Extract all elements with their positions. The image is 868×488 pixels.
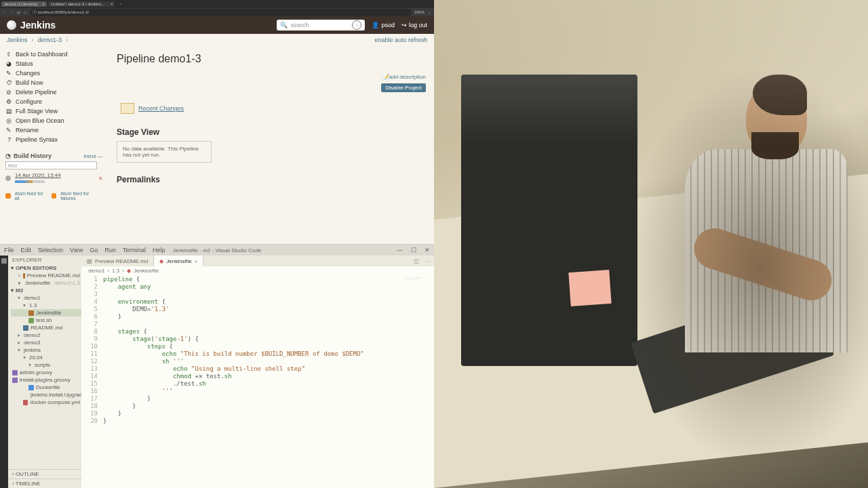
sidebar-item[interactable]: ✎Rename bbox=[5, 125, 103, 135]
build-history-find[interactable]: find bbox=[5, 161, 97, 169]
more-icon[interactable]: ⋯ bbox=[425, 258, 430, 264]
back-icon[interactable]: ← bbox=[3, 10, 7, 14]
forward-icon[interactable]: → bbox=[9, 10, 14, 14]
chevron-icon: ▾ bbox=[18, 295, 22, 301]
tree-item[interactable]: ▾jenkins bbox=[11, 346, 81, 354]
sidebar-item[interactable]: ⚙Configure bbox=[5, 97, 103, 106]
add-description-link[interactable]: 📝add description bbox=[382, 74, 426, 80]
close-icon[interactable]: × bbox=[43, 2, 45, 6]
new-tab-button[interactable]: ＋ bbox=[116, 1, 125, 7]
menu-item[interactable]: File bbox=[4, 247, 14, 253]
home-icon[interactable]: ⌂ bbox=[23, 10, 27, 14]
tree-item[interactable]: README.md bbox=[11, 324, 81, 331]
close-icon[interactable]: ✕ bbox=[425, 247, 430, 253]
trend-link[interactable]: trend — bbox=[84, 153, 103, 159]
crumb-jenkins[interactable]: Jenkins bbox=[7, 37, 28, 43]
editor-breadcrumb[interactable]: demo1 › 1.3 › ◆ Jenkinsfile bbox=[81, 266, 434, 274]
auto-refresh-link[interactable]: enable auto refresh bbox=[374, 37, 427, 43]
tree-item[interactable]: ▾scripts bbox=[11, 361, 81, 369]
close-icon[interactable]: ● bbox=[18, 280, 21, 286]
user-link[interactable]: 👤psod bbox=[372, 22, 395, 28]
sidebar-item[interactable]: ▤Full Stage View bbox=[5, 106, 103, 116]
maximize-icon[interactable]: ☐ bbox=[411, 247, 416, 253]
build-history-entry[interactable]: 14 Apr 2020, 13:44 ✕ bbox=[5, 172, 103, 184]
reload-icon[interactable]: ⟳ bbox=[16, 10, 20, 15]
code-editor[interactable]: 1 2 3 4 5 6 7 8 9 10 11 12 13 14 15 16 1… bbox=[81, 274, 434, 488]
disable-project-button[interactable]: Disable Project bbox=[381, 83, 426, 92]
chevron-icon: ▾ bbox=[23, 354, 27, 361]
atom-fail-link[interactable]: Atom feed for failures bbox=[60, 191, 103, 201]
sidebar-item[interactable]: ⊘Delete Pipeline bbox=[5, 87, 103, 97]
sidebar-item[interactable]: ⇧Back to Dashboard bbox=[5, 49, 103, 59]
clock-icon: ⏱ bbox=[5, 79, 12, 86]
jenkins-logo[interactable]: Jenkins bbox=[7, 20, 56, 30]
vscode-sidebar: EXPLORER ▾OPEN EDITORS ×Preview README.m… bbox=[8, 256, 81, 488]
address-bar[interactable]: ⓘ localhost:8080/job/demo1-3/ bbox=[30, 9, 412, 16]
jenkins-logo-icon bbox=[7, 20, 16, 30]
atom-all-link[interactable]: Atom feed for all bbox=[15, 191, 47, 201]
file-icon bbox=[28, 310, 34, 316]
browser-tab[interactable]: demo1-3 [Jenkins]× bbox=[1, 1, 47, 7]
tree-item[interactable]: test.sh bbox=[11, 317, 81, 324]
tree-item[interactable]: ▸demo2 bbox=[11, 331, 81, 339]
timeline-section[interactable]: › TIMELINE bbox=[8, 479, 81, 488]
stock-photo bbox=[434, 0, 868, 488]
menu-item[interactable]: View bbox=[70, 247, 83, 253]
outline-section[interactable]: › OUTLINE bbox=[8, 469, 81, 479]
open-editors-section[interactable]: ▾OPEN EDITORS bbox=[8, 264, 81, 272]
tree-item[interactable]: install-plugins.groovy bbox=[11, 376, 81, 384]
clock-icon: ◔ bbox=[5, 152, 11, 159]
tree-item[interactable]: Jenkinsfile bbox=[11, 309, 81, 317]
open-editor-item[interactable]: ×Preview README.md bbox=[11, 272, 81, 279]
open-editor-item[interactable]: ●Jenkinsfiledemo1\1.3 bbox=[11, 279, 81, 287]
close-icon[interactable]: × bbox=[111, 2, 113, 6]
tree-item[interactable]: jenkins.install.Upgrade… bbox=[11, 391, 81, 399]
recent-changes-link[interactable]: Recent Changes bbox=[138, 105, 184, 112]
jenkins-header: Jenkins 🔍 search ? 👤psod ↪log out bbox=[0, 16, 434, 34]
search-input[interactable]: 🔍 search ? bbox=[277, 20, 365, 30]
menu-item[interactable]: Edit bbox=[21, 247, 32, 253]
menu-item[interactable]: Go bbox=[90, 247, 98, 253]
minimap[interactable] bbox=[406, 276, 433, 303]
file-icon: ▤ bbox=[87, 258, 92, 264]
sidebar-item[interactable]: ◎Open Blue Ocean bbox=[5, 116, 103, 125]
tree-item[interactable]: ▾1.3 bbox=[11, 302, 81, 309]
menu-item[interactable]: Selection bbox=[38, 247, 63, 253]
file-icon bbox=[12, 370, 18, 375]
jenkins-brand: Jenkins bbox=[20, 20, 56, 30]
close-icon[interactable]: × bbox=[18, 272, 21, 279]
extensions-icon[interactable]: ⁝ bbox=[427, 10, 431, 15]
split-editor-icon[interactable]: ◫ bbox=[414, 258, 419, 264]
menu-item[interactable]: Terminal bbox=[123, 247, 146, 253]
breadcrumb: Jenkins › demo1-3 › enable auto refresh bbox=[0, 34, 434, 46]
menu-item[interactable]: Run bbox=[104, 247, 116, 253]
delete-build-icon[interactable]: ✕ bbox=[98, 176, 103, 182]
sidebar-item[interactable]: ✎Changes bbox=[5, 68, 103, 78]
editor-tab[interactable]: ◆Jenkinsfile× bbox=[154, 256, 203, 266]
menu-item[interactable]: Help bbox=[153, 247, 165, 253]
chevron-icon: ▸ bbox=[18, 340, 22, 346]
help-icon[interactable]: ? bbox=[352, 20, 361, 30]
tree-item[interactable]: docker-compose.yml bbox=[11, 399, 81, 406]
sidebar-item[interactable]: ⏱Build Now bbox=[5, 78, 103, 87]
crumb-job[interactable]: demo1-3 bbox=[38, 37, 62, 43]
activity-bar[interactable] bbox=[0, 256, 8, 488]
logout-link[interactable]: ↪log out bbox=[401, 22, 427, 28]
tree-item[interactable]: Dockerfile bbox=[11, 384, 81, 391]
tree-item[interactable]: ▸demo3 bbox=[11, 339, 81, 346]
editor-tab[interactable]: ▤Preview README.md bbox=[81, 256, 154, 266]
tree-item[interactable]: admin.groovy bbox=[11, 369, 81, 376]
browser-tab[interactable]: Untitled / demo1-3 / Jenkins…× bbox=[48, 1, 115, 7]
close-icon[interactable]: × bbox=[195, 258, 198, 264]
changes-icon: ✎ bbox=[5, 70, 12, 77]
tree-item[interactable]: ▾demo1 bbox=[11, 294, 81, 302]
explorer-icon[interactable] bbox=[1, 258, 7, 264]
permalinks-heading: Permalinks bbox=[117, 175, 426, 184]
sidebar-item[interactable]: ？Pipeline Syntax bbox=[5, 135, 103, 144]
tree-item[interactable]: ▾20.04 bbox=[11, 354, 81, 361]
minimize-icon[interactable]: — bbox=[397, 247, 403, 253]
sidebar-item[interactable]: ◕Status bbox=[5, 59, 103, 68]
workspace-root[interactable]: ▾M2 bbox=[8, 287, 81, 294]
build-history-title: Build History bbox=[14, 152, 52, 159]
gear-icon: ⚙ bbox=[5, 98, 12, 105]
